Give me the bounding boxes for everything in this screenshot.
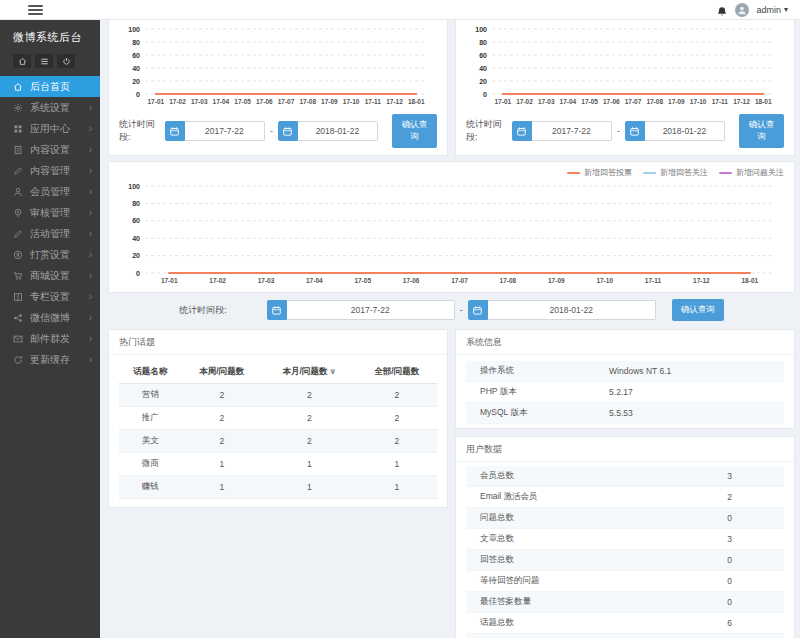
table-cell: 1 [182,453,262,476]
sidebar-item-review-manage[interactable]: 审核管理› [0,202,100,223]
table-row: 话题总数6 [466,613,784,634]
chart-canvas: 02040608010017-0117-0217-0317-0417-0517-… [119,23,437,107]
chevron-right-icon: › [89,103,92,113]
hot-topics-header: 话题名称本周/问题数本月/问题数∨全部/问题数 [119,361,437,384]
x-axis-tick-label: 17-04 [560,98,577,105]
home-icon[interactable] [13,54,31,68]
user-menu[interactable]: admin ▾ [756,5,788,15]
end-date-input[interactable] [488,300,656,320]
x-axis-tick-label: 17-08 [646,98,663,105]
sidebar-item-update-cache[interactable]: 更新缓存› [0,349,100,370]
calendar-icon[interactable] [278,121,298,141]
legend-item[interactable]: 新增问题关注 [719,167,784,178]
calendar-icon[interactable] [165,121,185,141]
confirm-query-button[interactable]: 确认查询 [392,114,437,148]
x-axis-tick-label: 17-04 [306,277,323,284]
table-cell: 2 [262,384,356,407]
y-axis-tick-label: 0 [136,91,140,98]
chevron-right-icon: › [89,187,92,197]
sidebar-item-shop-settings[interactable]: 商城设置› [0,265,100,286]
table-cell: 2 [182,430,262,453]
x-axis-tick-label: 17-03 [538,98,555,105]
stat-value: 0 [636,571,784,592]
table-row: 微商111 [119,453,437,476]
hot-topics-column-header[interactable]: 本周/问题数 [182,361,262,384]
x-axis-tick-label: 17-10 [343,98,360,105]
menu-icon[interactable] [35,54,53,68]
stat-label: 文章总数 [466,529,636,550]
sidebar-item-member-manage[interactable]: 会员管理› [0,181,100,202]
table-cell: 1 [262,476,356,499]
start-date-input[interactable] [532,121,612,141]
sidebar-item-label: 微信微博 [30,311,70,325]
sidebar-item-content-manage[interactable]: 内容管理› [0,160,100,181]
confirm-query-button[interactable]: 确认查询 [739,114,784,148]
sidebar-item-app-center[interactable]: 应用中心› [0,118,100,139]
calendar-icon[interactable] [267,300,287,320]
hot-topics-column-header[interactable]: 全部/问题数 [357,361,438,384]
sidebar-item-label: 系统设置 [30,101,70,115]
power-icon[interactable] [57,54,75,68]
sidebar-item-reward-settings[interactable]: 打赏设置› [0,244,100,265]
stat-label: PHP 版本 [466,382,609,403]
refresh-icon [13,354,24,365]
chart-user-growth: 02040608010017-0117-0217-0317-0417-0517-… [119,23,437,107]
sidebar-item-column-settings[interactable]: 专栏设置› [0,286,100,307]
table-cell: 2 [262,430,356,453]
sidebar-item-content-settings[interactable]: 内容设置› [0,139,100,160]
content-growth-chart-card: 新增问题新增回复新增话题新增文章新增问题邀请 02040608010017-01… [455,4,795,156]
sidebar-item-system-settings[interactable]: 系统设置› [0,97,100,118]
sidebar-toggle-icon[interactable] [28,3,43,17]
stat-label: 问题总数 [466,508,636,529]
calendar-icon[interactable] [625,121,645,141]
chevron-right-icon: › [89,124,92,134]
stat-value: 0 [636,592,784,613]
sidebar-item-wechat-weibo[interactable]: 微信微博› [0,307,100,328]
y-axis-tick-label: 0 [483,91,487,98]
calendar-icon[interactable] [512,121,532,141]
chevron-right-icon: › [89,250,92,260]
pencil-icon [13,165,24,176]
x-axis-tick-label: 18-01 [741,277,758,284]
hot-topics-column-header[interactable]: 话题名称 [119,361,182,384]
user-growth-chart-card: 新注册用户新激活用户 02040608010017-0117-0217-0317… [108,4,448,156]
calendar-icon[interactable] [468,300,488,320]
x-axis-tick-label: 17-08 [299,98,316,105]
y-axis-tick-label: 40 [132,65,140,72]
doc-icon [13,144,24,155]
user-name: admin [756,5,781,15]
y-axis-tick-label: 60 [132,217,140,224]
pencil-icon [13,228,24,239]
start-date-input[interactable] [185,121,265,141]
stat-value: 3 [636,466,784,487]
table-row: MySQL 版本5.5.53 [466,403,784,424]
sidebar-item-label: 邮件群发 [30,332,70,346]
x-axis-tick-label: 17-02 [209,277,226,284]
y-axis-tick-label: 100 [128,183,140,190]
x-axis-tick-label: 17-06 [603,98,620,105]
hot-topics-table: 话题名称本周/问题数本月/问题数∨全部/问题数 营销222推广222美文222微… [119,361,437,499]
start-date-input[interactable] [287,300,455,320]
x-axis-tick-label: 17-07 [451,277,468,284]
sidebar-item-mail-send[interactable]: 邮件群发› [0,328,100,349]
legend-item[interactable]: 新增回答投票 [567,167,632,178]
x-axis-tick-label: 17-02 [516,98,533,105]
x-axis-tick-label: 17-11 [365,98,382,105]
avatar[interactable] [735,3,749,17]
end-date-input[interactable] [298,121,378,141]
legend-item[interactable]: 新增回答关注 [643,167,708,178]
end-date-input[interactable] [645,121,725,141]
x-axis-tick-label: 18-01 [408,98,425,105]
sidebar-item-activity-manage[interactable]: 活动管理› [0,223,100,244]
user-growth-filter: 统计时间段: - 确认查询 [119,114,437,148]
notifications-bell-icon[interactable] [716,4,728,16]
sidebar-item-home[interactable]: 后台首页 [0,76,100,97]
x-axis-tick-label: 17-12 [693,277,710,284]
table-row: 推广222 [119,407,437,430]
main-content: 新注册用户新激活用户 02040608010017-0117-0217-0317… [100,0,800,638]
stat-label: MySQL 版本 [466,403,609,424]
x-axis-tick-label: 17-06 [403,277,420,284]
hot-topics-column-header[interactable]: 本月/问题数∨ [262,361,356,384]
confirm-query-button[interactable]: 确认查询 [672,299,724,321]
x-axis-tick-label: 17-12 [733,98,750,105]
